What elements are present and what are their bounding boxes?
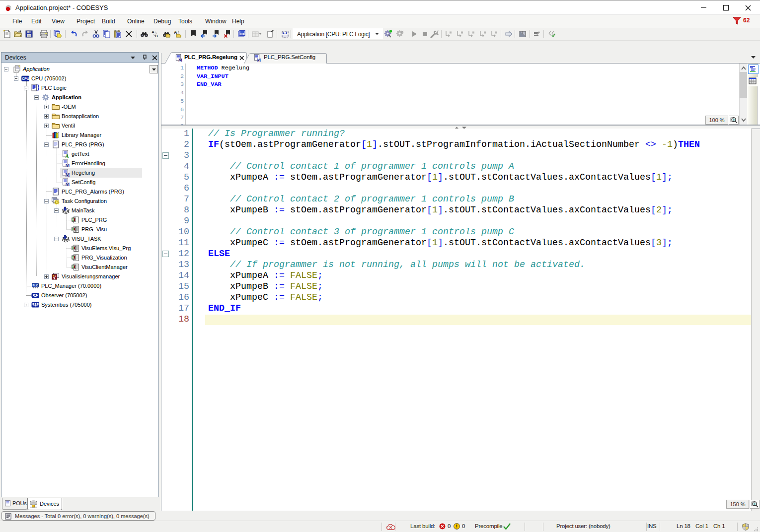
svg-text:B: B [155, 34, 158, 38]
svg-text:M: M [257, 58, 261, 62]
svg-text:M: M [66, 173, 70, 177]
svg-text:CPU: CPU [22, 76, 29, 81]
svg-text:M: M [66, 163, 70, 167]
svg-text:A: A [66, 154, 69, 158]
svg-text:A: A [152, 30, 154, 34]
svg-text:M: M [66, 182, 70, 186]
svg-text:M: M [178, 58, 182, 62]
svg-text:PLC: PLC [33, 284, 38, 287]
